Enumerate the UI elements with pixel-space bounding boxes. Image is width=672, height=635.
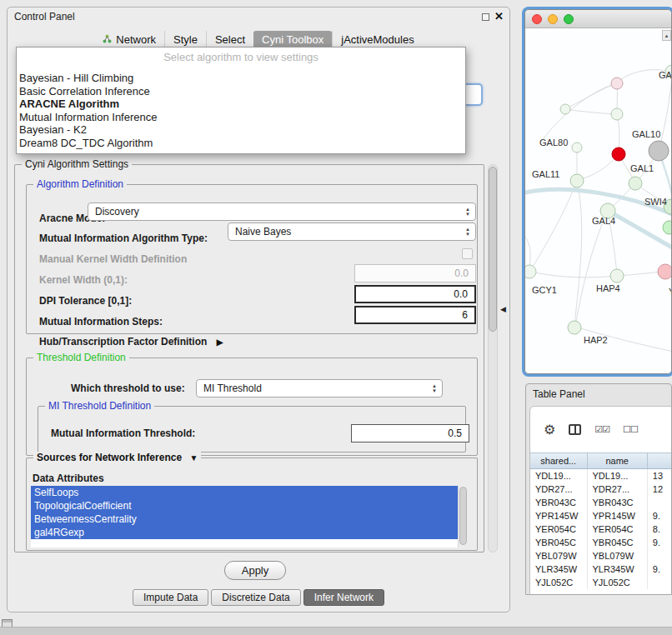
- table-cell: 9.: [648, 562, 672, 576]
- network-node[interactable]: [649, 141, 669, 161]
- algorithm-option[interactable]: Bayesian - K2: [17, 123, 465, 137]
- algorithm-option[interactable]: Dream8 DC_TDC Algorithm: [17, 137, 465, 150]
- data-attribute-item[interactable]: BetweennessCentrality: [31, 512, 458, 526]
- table-row[interactable]: YPR145WYPR145W9.: [530, 509, 672, 522]
- mi-threshold-label: Mutual Information Threshold:: [51, 428, 195, 439]
- panel-collapse-arrow[interactable]: ◀: [500, 305, 506, 313]
- network-graph[interactable]: GAL80GAL10GAL11GAL1SWI4GAL4GCY1HAP4HAP2G…: [525, 28, 671, 373]
- network-edge[interactable]: [578, 154, 619, 180]
- collapse-down-icon[interactable]: ▼: [189, 453, 198, 462]
- close-window-icon[interactable]: [532, 14, 542, 24]
- data-attribute-item[interactable]: SelfLoops: [31, 486, 458, 499]
- algorithm-option-list: Bayesian - Hill ClimbingBasic Correlatio…: [17, 72, 465, 149]
- mi-threshold-input[interactable]: [351, 424, 469, 442]
- network-node[interactable]: [629, 177, 642, 190]
- network-canvas[interactable]: GAL80GAL10GAL11GAL1SWI4GAL4GCY1HAP4HAP2G…: [525, 28, 671, 373]
- close-icon[interactable]: ✕: [494, 10, 504, 22]
- gear-icon[interactable]: ⚙: [544, 422, 555, 438]
- attributes-scrollbar[interactable]: [458, 486, 468, 548]
- algorithm-option[interactable]: Mutual Information Inference: [17, 111, 465, 124]
- table-cell: YDL19...: [530, 469, 588, 482]
- network-node[interactable]: [568, 321, 581, 334]
- show-columns-icon[interactable]: ☑☑: [594, 424, 609, 435]
- tab-style[interactable]: Style: [164, 31, 206, 48]
- hub-definition-toggle[interactable]: Hub/Transcription Factor Definition ▶: [39, 336, 223, 348]
- network-edge[interactable]: [542, 83, 617, 141]
- network-node[interactable]: [663, 221, 671, 234]
- network-node[interactable]: [658, 264, 671, 279]
- network-node[interactable]: [611, 108, 623, 120]
- network-edge[interactable]: [565, 109, 617, 114]
- algorithm-option[interactable]: Basic Correlation Inference: [17, 85, 465, 98]
- tab-network[interactable]: Network: [94, 31, 164, 48]
- combobox-value: MI Threshold: [203, 382, 262, 394]
- network-edge[interactable]: [608, 211, 671, 248]
- table-row[interactable]: YER054CYER054C8.: [530, 522, 672, 536]
- mi-steps-input[interactable]: [354, 306, 476, 324]
- column-header-clipped[interactable]: [648, 453, 672, 468]
- mi-algorithm-type-combobox[interactable]: Naive Bayes ▲▼: [228, 222, 476, 241]
- network-edge[interactable]: [617, 272, 664, 276]
- which-threshold-combobox[interactable]: MI Threshold ▲▼: [196, 379, 443, 398]
- table-cell: [648, 549, 672, 562]
- scroll-up-icon[interactable]: ▲: [662, 30, 671, 41]
- tab-impute-data[interactable]: Impute Data: [133, 589, 208, 606]
- network-node[interactable]: [572, 142, 582, 152]
- float-panel-icon[interactable]: [482, 13, 489, 21]
- dpi-tolerance-input[interactable]: [354, 285, 476, 303]
- tab-cyni-toolbox[interactable]: Cyni Toolbox: [253, 31, 332, 48]
- expand-right-icon[interactable]: ▶: [217, 338, 223, 347]
- network-edge[interactable]: [574, 181, 582, 327]
- network-node[interactable]: [525, 265, 536, 278]
- network-edge[interactable]: [530, 181, 577, 271]
- control-panel-window: Control Panel ✕ Network Style Select Cyn…: [7, 7, 510, 612]
- table-panel-title: Table Panel: [526, 384, 671, 404]
- network-window-titlebar[interactable]: [525, 10, 671, 28]
- settings-scrollbar[interactable]: [488, 164, 498, 552]
- columns-icon[interactable]: [569, 424, 581, 435]
- attributes-scrollbar-thumb[interactable]: [459, 487, 467, 545]
- table-row[interactable]: YBL079WYBL079W: [530, 549, 672, 562]
- settings-scrollbar-thumb[interactable]: [489, 167, 497, 332]
- column-header-name[interactable]: name: [588, 453, 648, 468]
- sources-toggle[interactable]: Sources for Network Inference ▼: [33, 452, 201, 463]
- aracne-mode-combobox[interactable]: Discovery ▲▼: [88, 202, 476, 221]
- column-header-shared-name[interactable]: shared...: [530, 453, 588, 468]
- network-node[interactable]: [610, 269, 624, 282]
- minimize-window-icon[interactable]: [548, 14, 558, 24]
- data-attribute-item[interactable]: TopologicalCoefficient: [31, 499, 458, 512]
- data-attributes-list: SelfLoopsTopologicalCoefficientBetweenne…: [31, 486, 468, 548]
- tab-infer-network[interactable]: Infer Network: [303, 589, 384, 606]
- network-node[interactable]: [570, 174, 584, 188]
- table-row[interactable]: YJL052CYJL052C: [530, 576, 672, 589]
- table-row[interactable]: YLR345WYLR345W9.: [530, 562, 672, 576]
- tab-select[interactable]: Select: [206, 31, 253, 48]
- table-cell: YER054C: [530, 522, 588, 536]
- hide-columns-icon[interactable]: ☐☐: [623, 424, 638, 435]
- table-body: YDL19...YDL19...13YDR27...YDR27...12YBR0…: [530, 469, 672, 589]
- network-node[interactable]: [611, 78, 623, 89]
- kernel-width-input[interactable]: [354, 264, 476, 282]
- node-label: HAP2: [584, 335, 608, 345]
- algorithm-option[interactable]: ARACNE Algorithm: [17, 98, 465, 111]
- table-row[interactable]: YDR27...YDR27...12: [530, 482, 672, 496]
- manual-kernel-width-checkbox[interactable]: [462, 248, 473, 259]
- table-row[interactable]: YBR045CYBR045C9.: [530, 536, 672, 549]
- network-edge[interactable]: [659, 78, 671, 151]
- network-edge[interactable]: [565, 83, 617, 109]
- tab-label: Network: [116, 33, 156, 46]
- zoom-window-icon[interactable]: [564, 14, 574, 24]
- data-attribute-item[interactable]: gal4RGexp: [31, 526, 458, 539]
- table-row[interactable]: YBR043CYBR043C: [530, 496, 672, 509]
- table-toolbar: ⚙ ☑☑ ☐☐: [530, 407, 672, 452]
- status-strip: [0, 627, 672, 635]
- tab-jactivemodules[interactable]: jActiveModules: [332, 31, 422, 48]
- network-edge[interactable]: [530, 272, 616, 278]
- table-row[interactable]: YDL19...YDL19...13: [530, 469, 672, 482]
- algorithm-option[interactable]: Bayesian - Hill Climbing: [17, 72, 465, 85]
- network-view-window: GAL80GAL10GAL11GAL1SWI4GAL4GCY1HAP4HAP2G…: [524, 9, 672, 374]
- network-node[interactable]: [560, 104, 570, 114]
- network-node[interactable]: [612, 148, 625, 161]
- apply-button[interactable]: Apply: [224, 561, 286, 580]
- tab-discretize-data[interactable]: Discretize Data: [211, 589, 300, 606]
